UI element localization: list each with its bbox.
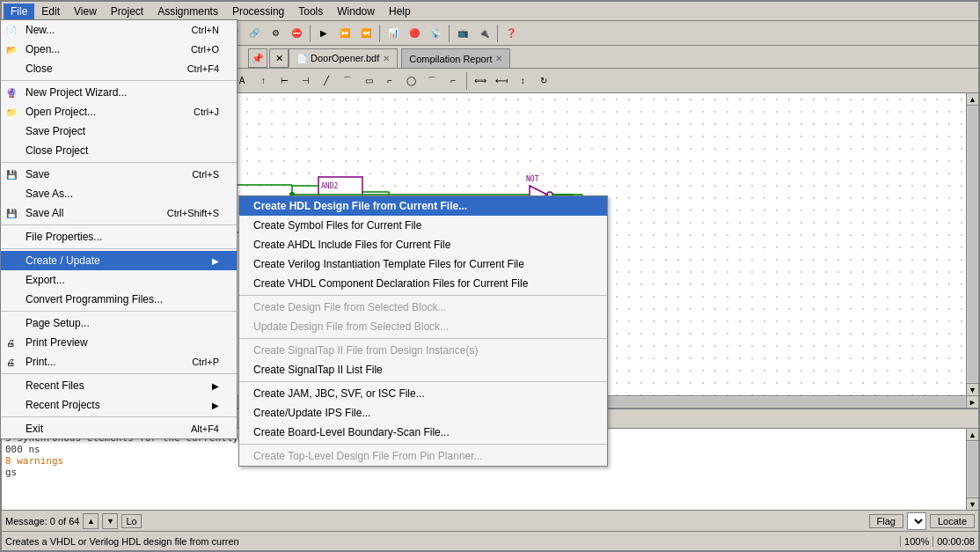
toolbar-btn-14[interactable]: 📺 xyxy=(453,24,472,43)
rect-tool[interactable]: ▭ xyxy=(359,71,378,91)
tab-bdf[interactable]: 📄 DoorOpener.bdf ✕ xyxy=(289,48,398,68)
toolbar-btn-help[interactable]: ❓ xyxy=(501,24,521,43)
sep-2 xyxy=(1,162,237,163)
msg-row-4: gs xyxy=(5,467,962,478)
create-update-submenu: Create HDL Design File from Current File… xyxy=(238,195,608,467)
submenu-create-jam[interactable]: Create JAM, JBC, SVF, or ISC File... xyxy=(239,384,607,403)
scroll-thumb-v[interactable] xyxy=(968,107,977,382)
submenu-create-symbol[interactable]: Create Symbol Files for Current File xyxy=(239,216,607,235)
menu-edit[interactable]: Edit xyxy=(34,4,67,19)
menu-project[interactable]: Project xyxy=(104,4,150,19)
menu-processing[interactable]: Processing xyxy=(225,4,291,19)
menu-help[interactable]: Help xyxy=(382,4,418,19)
recent-projects-arrow: ▶ xyxy=(212,401,219,410)
message-footer: Message: 0 of 64 ▲ ▼ Lo Flag Locate xyxy=(2,510,978,531)
toolbar-btn-13[interactable]: 📡 xyxy=(426,24,445,43)
mirror-h[interactable]: ⟺ xyxy=(471,71,490,91)
menu-save-project[interactable]: Save Project xyxy=(1,121,237,141)
menu-file-properties[interactable]: File Properties... xyxy=(1,227,237,247)
menu-recent-projects[interactable]: Recent Projects ▶ xyxy=(1,395,237,415)
polyline-tool[interactable]: ⌒ xyxy=(422,71,442,91)
menu-exit[interactable]: Exit Alt+F4 xyxy=(1,419,237,438)
menu-export[interactable]: Export... xyxy=(1,270,237,290)
flag-area: Flag Locate xyxy=(869,512,975,530)
menu-print[interactable]: 🖨 Print... Ctrl+P xyxy=(1,352,237,372)
toolbar-btn-7[interactable]: ⛔ xyxy=(287,24,306,43)
submenu-create-signaltap-instance: Create SignalTap II File from Design Ins… xyxy=(239,341,607,360)
scroll-up-btn[interactable]: ▲ xyxy=(967,93,978,106)
toolbar-run[interactable]: ▶ xyxy=(314,24,333,43)
menu-assignments[interactable]: Assignments xyxy=(150,4,225,19)
tab-compilation-report[interactable]: Compilation Report ✕ xyxy=(401,48,510,68)
toolbar-btn-6[interactable]: ⚙ xyxy=(266,24,285,43)
tab-close-all[interactable]: ✕ xyxy=(269,48,289,68)
submenu-create-ips[interactable]: Create/Update IPS File... xyxy=(239,403,607,423)
flip-btn[interactable]: ↕ xyxy=(513,71,532,91)
toolbar-btn-11[interactable]: 📊 xyxy=(384,24,403,43)
mirror-v[interactable]: ⟻ xyxy=(492,71,511,91)
symbol-tool[interactable]: ⌐ xyxy=(443,71,463,91)
save-all-icon: 💾 xyxy=(6,209,17,218)
line-tool[interactable]: ╱ xyxy=(317,71,336,91)
submenu-create-vhdl[interactable]: Create VHDL Component Declaration Files … xyxy=(239,274,607,293)
menu-close-project[interactable]: Close Project xyxy=(1,141,237,160)
menu-close[interactable]: Close Ctrl+F4 xyxy=(1,59,237,78)
toolbar-btn-10[interactable]: ⏪ xyxy=(356,24,376,43)
msg-scroll-up[interactable]: ▲ xyxy=(967,429,978,441)
submenu-sep-2 xyxy=(239,338,607,339)
submenu-create-hdl[interactable]: Create HDL Design File from Current File… xyxy=(239,196,607,216)
toolbar-btn-15[interactable]: 🔌 xyxy=(474,24,494,43)
log-btn[interactable]: Lo xyxy=(121,514,141,528)
flag-tab[interactable]: Flag xyxy=(869,514,903,528)
menu-save[interactable]: 💾 Save Ctrl+S xyxy=(1,165,237,184)
save-icon: 💾 xyxy=(6,170,17,180)
rotate-btn[interactable]: ↻ xyxy=(534,71,553,91)
sep-1 xyxy=(1,80,237,81)
sep-5 xyxy=(1,311,237,312)
submenu-create-signaltap-list[interactable]: Create SignalTap II List File xyxy=(239,360,607,379)
submenu-create-verilog[interactable]: Create Verilog Instantiation Template Fi… xyxy=(239,254,607,274)
tab-report-close[interactable]: ✕ xyxy=(495,54,502,63)
shape-tool[interactable]: ⌐ xyxy=(380,71,399,91)
menu-convert-programming[interactable]: Convert Programming Files... xyxy=(1,290,237,309)
menu-recent-files[interactable]: Recent Files ▶ xyxy=(1,376,237,395)
msg-down-btn[interactable]: ▼ xyxy=(102,513,118,529)
submenu-create-boundary-scan[interactable]: Create Board-Level Boundary-Scan File... xyxy=(239,423,607,442)
menu-tools[interactable]: Tools xyxy=(291,4,330,19)
msg-scroll-thumb[interactable] xyxy=(968,442,977,497)
tab-pin[interactable]: 📌 xyxy=(248,48,267,68)
menu-view[interactable]: View xyxy=(67,4,104,19)
msg-scroll-down[interactable]: ▼ xyxy=(967,497,978,510)
menu-new-project-wizard[interactable]: 🔮 New Project Wizard... xyxy=(1,83,237,102)
sep4 xyxy=(379,25,380,42)
menu-print-preview[interactable]: 🖨 Print Preview xyxy=(1,333,237,352)
menu-new[interactable]: 📄 New... Ctrl+N xyxy=(1,20,237,40)
canvas-scrollbar-v[interactable]: ▲ ▼ xyxy=(966,93,978,395)
scroll-right-btn[interactable]: ► xyxy=(966,396,978,408)
msg-scrollbar[interactable]: ▲ ▼ xyxy=(966,429,978,510)
menu-open-project[interactable]: 📁 Open Project... Ctrl+J xyxy=(1,102,237,121)
flag-dropdown[interactable] xyxy=(907,512,926,530)
bus-tool[interactable]: ⊣ xyxy=(296,71,315,91)
submenu-create-ahdl[interactable]: Create AHDL Include Files for Current Fi… xyxy=(239,235,607,254)
zoom-level: 100% xyxy=(900,536,929,547)
wire-tool[interactable]: ⊢ xyxy=(274,71,294,91)
menu-file[interactable]: File xyxy=(4,4,34,19)
menu-open[interactable]: 📂 Open... Ctrl+O xyxy=(1,40,237,59)
arc-tool[interactable]: ⌒ xyxy=(338,71,357,91)
pin-tool[interactable]: ↑ xyxy=(253,71,273,91)
sep6 xyxy=(497,25,498,42)
menu-page-setup[interactable]: Page Setup... xyxy=(1,313,237,333)
locate-button[interactable]: Locate xyxy=(930,514,975,528)
toolbar-btn-5[interactable]: 🔗 xyxy=(245,24,264,43)
menu-create-update[interactable]: Create / Update ▶ xyxy=(1,251,237,270)
scroll-down-btn[interactable]: ▼ xyxy=(967,383,978,395)
menu-save-as[interactable]: Save As... xyxy=(1,184,237,203)
ellipse-tool[interactable]: ◯ xyxy=(401,71,421,91)
msg-up-btn[interactable]: ▲ xyxy=(83,513,99,529)
toolbar-btn-12[interactable]: 🔴 xyxy=(405,24,424,43)
menu-save-all[interactable]: 💾 Save All Ctrl+Shift+S xyxy=(1,203,237,223)
tab-bdf-close[interactable]: ✕ xyxy=(383,54,390,63)
menu-window[interactable]: Window xyxy=(330,4,382,19)
toolbar-btn-9[interactable]: ⏩ xyxy=(335,24,355,43)
